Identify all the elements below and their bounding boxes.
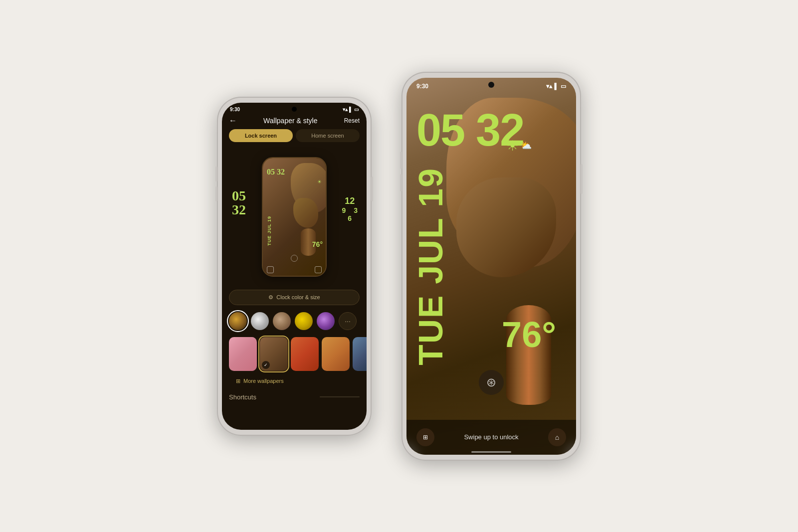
settings-screen: 9:30 ▾▴ ▌ ▭ ← Wallpaper & style Reset Lo… [222,103,367,430]
swipe-unlock-label: Swipe up to unlock [464,433,518,441]
home-icon: ⌂ [555,433,559,441]
lock-screen-temperature: 76° [502,314,556,355]
shortcuts-label: Shortcuts [229,393,256,401]
wifi-icon: ▾▴ [343,107,348,112]
lock-status-time: 9:30 [416,83,428,90]
shortcuts-line [320,396,360,397]
lock-signal-icon: ▌ [554,83,559,90]
shortcuts-section: Shortcuts [222,388,367,403]
wallpaper-thumb-2[interactable]: ✓ [260,337,288,371]
lock-screen-date: TUE JUL 19 [416,168,445,365]
reset-button[interactable]: Reset [344,117,360,124]
preview-nav-left [267,266,274,273]
preview-time: 05 32 [267,168,285,176]
lock-status-icons: ▾▴ ▌ ▭ [546,83,566,90]
battery-icon: ▭ [354,107,359,112]
wallpaper-grid-icon: ⊞ [236,378,240,384]
more-wallpapers-button[interactable]: ⊞ More wallpapers [229,375,360,387]
wallpaper-thumb-5[interactable] [353,337,367,371]
lock-screen-weather: ☀ ⛅ [506,138,532,154]
preview-date: TUE JUL 19 [267,216,272,246]
camera-notch-right [488,82,494,88]
color-swatch-1[interactable] [229,312,247,330]
wallpaper-thumb-1[interactable] [229,337,257,371]
fingerprint-icon[interactable]: ⊛ [479,370,504,395]
preview-area: 05 32 05 32 ☀ TUE JUL 19 76° [227,147,362,287]
volume-down-button-r[interactable] [400,174,402,191]
color-swatch-5[interactable] [317,312,335,330]
tab-lock-screen[interactable]: Lock screen [229,129,293,142]
sun-icon: ☀ [506,138,519,154]
wallpaper-thumb-3[interactable] [291,337,319,371]
signal-icon: ▌ [349,107,353,112]
page-title: Wallpaper & style [263,117,317,125]
clock-style-left[interactable]: 05 32 [232,189,246,217]
top-bar: ← Wallpaper & style Reset [222,114,367,129]
clock-style-analog[interactable]: 12 93 6 [342,196,358,223]
tab-home-screen[interactable]: Home screen [296,129,360,142]
color-swatch-2[interactable] [251,312,269,330]
wallpaper-thumb-4[interactable] [322,337,350,371]
back-button[interactable]: ← [229,116,237,125]
tab-bar: Lock screen Home screen [222,129,367,147]
gear-icon: ⚙ [268,294,273,301]
lockscreen-screen: 9:30 ▾▴ ▌ ▭ 05 32 ☀ ⛅ TUE JUL 19 76° [406,78,576,455]
status-icons: ▾▴ ▌ ▭ [343,107,359,112]
lock-bottom-bar: ⊞ Swipe up to unlock ⌂ [406,420,576,455]
left-phone: 9:30 ▾▴ ▌ ▭ ← Wallpaper & style Reset Lo… [217,97,372,436]
preview-temperature: 76° [312,240,323,248]
volume-up-button-r[interactable] [400,152,402,169]
home-indicator [471,451,511,453]
camera-notch [292,107,297,112]
wallpaper-thumbnails: ✓ [222,334,367,374]
lock-wifi-icon: ▾▴ [546,83,552,90]
preview-weather-icon: ☀ [317,179,322,184]
more-colors-button[interactable]: ··· [339,312,357,330]
color-swatch-4[interactable] [295,312,313,330]
home-button[interactable]: ⌂ [548,428,566,446]
preview-phone[interactable]: 05 32 ☀ TUE JUL 19 76° [262,157,327,277]
cloud-icon: ⛅ [521,140,532,151]
color-swatches-section: ··· [222,308,367,334]
clock-color-button[interactable]: ⚙ Clock color & size [229,290,360,305]
status-time: 9:30 [230,107,240,112]
power-button[interactable] [371,177,373,201]
color-swatch-3[interactable] [273,312,291,330]
preview-nav-right [315,266,322,273]
power-button-r[interactable] [581,164,583,194]
preview-fingerprint-icon [291,255,298,262]
volume-down-button[interactable] [215,186,217,201]
volume-up-button[interactable] [215,167,217,181]
selected-checkmark: ✓ [262,361,270,369]
lock-bottom-left-icon[interactable]: ⊞ [416,428,434,446]
right-phone: 9:30 ▾▴ ▌ ▭ 05 32 ☀ ⛅ TUE JUL 19 76° [401,72,581,461]
dialer-icon: ⊞ [423,434,428,441]
lock-battery-icon: ▭ [561,83,566,90]
preview-nav-bar [267,266,322,273]
